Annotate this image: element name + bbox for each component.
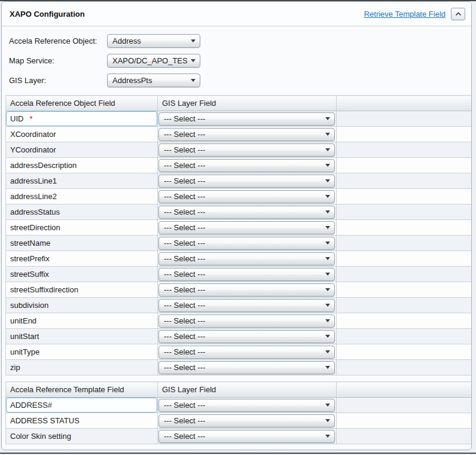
reference-field-cell[interactable]: streetDirection * xyxy=(6,220,158,236)
selected-value: --- Select --- xyxy=(164,347,322,356)
gis-layer-field-select[interactable]: --- Select --- xyxy=(158,430,335,443)
reference-field-cellbox: zip * xyxy=(6,360,157,375)
dropdown-arrow-icon xyxy=(325,210,330,213)
gis-layer-field-select[interactable]: --- Select --- xyxy=(158,361,335,374)
gis-field-cell: --- Select --- xyxy=(158,398,337,413)
template-field-label: ADDRESS STATUS xyxy=(10,416,80,425)
gis-layer-field-select[interactable]: --- Select --- xyxy=(158,206,335,219)
reference-field-cell[interactable]: streetSuffix * xyxy=(6,267,158,282)
template-field-cell[interactable]: Color Skin setting * xyxy=(6,429,158,444)
dropdown-arrow-icon xyxy=(325,273,330,276)
gis-layer-field-select[interactable]: --- Select --- xyxy=(158,268,335,281)
collapse-button[interactable] xyxy=(451,8,465,20)
reference-field-cell[interactable]: subdivision * xyxy=(6,298,158,313)
selected-value: --- Select --- xyxy=(164,114,322,123)
reference-field-cell[interactable]: unitStart * xyxy=(6,329,158,344)
reference-field-cell[interactable]: zip * xyxy=(6,360,158,375)
reference-field-cell[interactable]: unitType * xyxy=(6,344,158,360)
reference-field-cell[interactable]: addressLine1 * xyxy=(6,173,158,189)
reference-field-label: unitEnd xyxy=(10,316,36,325)
table-row: addressStatus * --- Select --- xyxy=(6,204,472,220)
template-field-cellbox: Color Skin setting * xyxy=(6,429,157,444)
gis-layer-field-select[interactable]: --- Select --- xyxy=(158,128,335,141)
gis-field-cell: --- Select --- xyxy=(158,220,337,236)
form-row-map-service: Map Service: XAPO/DC_APO_TEST xyxy=(9,54,471,68)
reference-field-cell[interactable]: streetSuffixdirection * xyxy=(6,282,158,298)
gis-layer-field-select[interactable]: --- Select --- xyxy=(158,190,335,203)
empty-cell xyxy=(337,236,472,251)
reference-field-label: streetSuffix xyxy=(10,270,49,279)
reference-field-cellbox: YCoordinator * xyxy=(6,142,157,157)
empty-cell xyxy=(337,329,472,344)
reference-field-label: streetSuffixdirection xyxy=(10,285,78,294)
reference-field-cell[interactable]: UID * xyxy=(6,111,158,127)
empty-cell xyxy=(337,173,472,189)
reference-field-label: unitType xyxy=(10,347,39,356)
table-row: ADDRESS STATUS * --- Select --- xyxy=(6,413,472,429)
dropdown-arrow-icon xyxy=(325,319,330,322)
gis-layer-field-select[interactable]: --- Select --- xyxy=(158,314,335,328)
selected-value: --- Select --- xyxy=(164,285,322,294)
reference-field-cell[interactable]: addressStatus * xyxy=(6,204,158,220)
gis-layer-field-select[interactable]: --- Select --- xyxy=(158,346,335,359)
reference-field-cell[interactable]: addressDescription * xyxy=(6,158,158,173)
reference-field-cell[interactable]: YCoordinator * xyxy=(6,142,158,158)
gis-layer-field-select[interactable]: --- Select --- xyxy=(158,330,335,343)
selected-value: --- Select --- xyxy=(164,363,322,372)
table-row: streetSuffixdirection * --- Select --- xyxy=(6,282,472,298)
reference-field-cell[interactable]: streetName * xyxy=(6,236,158,251)
template-field-cell[interactable]: ADDRESS# * xyxy=(6,398,158,413)
gis-layer-field-select[interactable]: --- Select --- xyxy=(158,252,335,265)
dropdown-arrow-icon xyxy=(325,419,330,422)
gis-field-cell: --- Select --- xyxy=(158,142,337,158)
gis-layer-field-select[interactable]: --- Select --- xyxy=(158,143,335,157)
empty-cell xyxy=(337,267,472,282)
accela-reference-object-select[interactable]: Address xyxy=(107,34,200,48)
column-header-gis-layer-field: GIS Layer Field xyxy=(158,382,337,398)
gis-layer-select[interactable]: AddressPts xyxy=(107,74,200,87)
reference-field-cell[interactable]: XCoordinator * xyxy=(6,127,158,142)
gis-layer-field-select[interactable]: --- Select --- xyxy=(158,283,335,297)
empty-cell xyxy=(337,429,472,444)
gis-layer-field-select[interactable]: --- Select --- xyxy=(158,299,335,312)
dropdown-arrow-icon xyxy=(325,195,330,198)
selected-value: --- Select --- xyxy=(164,332,322,341)
dropdown-arrow-icon xyxy=(325,404,330,407)
gis-field-cell: --- Select --- xyxy=(158,298,337,313)
reference-field-cell[interactable]: addressLine2 * xyxy=(6,189,158,204)
table-row: unitEnd * --- Select --- xyxy=(6,313,472,329)
empty-cell xyxy=(337,298,472,313)
map-service-select[interactable]: XAPO/DC_APO_TEST xyxy=(107,54,200,68)
bottom-border-line xyxy=(0,453,476,454)
gis-field-cell: --- Select --- xyxy=(158,127,337,142)
dropdown-arrow-icon xyxy=(325,435,330,438)
empty-cell xyxy=(337,189,472,204)
gis-layer-field-select[interactable]: --- Select --- xyxy=(158,237,335,250)
table-row: XCoordinator * --- Select --- xyxy=(6,127,472,142)
empty-cell xyxy=(337,251,472,267)
selected-value: --- Select --- xyxy=(164,192,322,201)
reference-field-label: streetName xyxy=(10,239,50,248)
reference-field-cell[interactable]: unitEnd * xyxy=(6,313,158,329)
gis-field-cell: --- Select --- xyxy=(158,344,337,360)
xapo-configuration-panel: XAPO Configuration Retrieve Template Fie… xyxy=(1,1,472,450)
reference-field-cell[interactable]: streetPrefix * xyxy=(6,251,158,267)
gis-layer-field-select[interactable]: --- Select --- xyxy=(158,221,335,234)
selected-value: --- Select --- xyxy=(164,176,322,185)
gis-field-cell: --- Select --- xyxy=(158,189,337,204)
gis-layer-field-select[interactable]: --- Select --- xyxy=(158,399,335,412)
gis-layer-field-select[interactable]: --- Select --- xyxy=(158,112,335,126)
column-header-reference-template-field: Accela Reference Template Field xyxy=(6,382,158,398)
gis-layer-field-select[interactable]: --- Select --- xyxy=(158,159,335,172)
reference-field-cellbox: streetDirection * xyxy=(6,220,157,235)
selected-value: --- Select --- xyxy=(164,416,322,425)
reference-field-cellbox: streetName * xyxy=(6,236,157,251)
gis-field-cell: --- Select --- xyxy=(158,313,337,329)
retrieve-template-field-link[interactable]: Retrieve Template Field xyxy=(364,10,446,19)
reference-field-cellbox: addressLine1 * xyxy=(6,173,157,188)
gis-layer-field-select[interactable]: --- Select --- xyxy=(158,175,335,188)
template-field-cell[interactable]: ADDRESS STATUS * xyxy=(6,413,158,429)
table-row: addressDescription * --- Select --- xyxy=(6,158,472,173)
gis-layer-field-select[interactable]: --- Select --- xyxy=(158,414,335,427)
selected-value: --- Select --- xyxy=(164,207,322,216)
